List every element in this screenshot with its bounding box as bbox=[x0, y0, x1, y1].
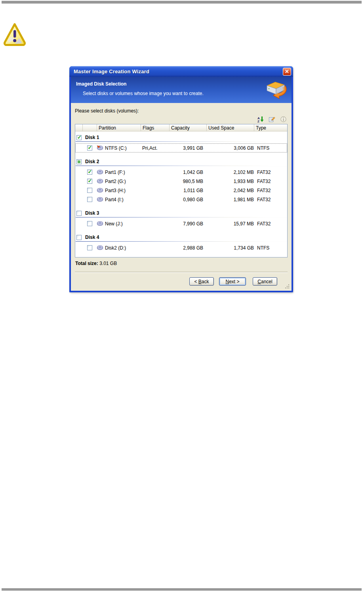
partition-flags bbox=[141, 186, 169, 195]
partition-name: Part3 (H:) bbox=[105, 188, 126, 193]
column-partition[interactable]: Partition bbox=[97, 124, 141, 131]
partition-flags bbox=[141, 243, 169, 252]
listview-toolbar: A Z bbox=[75, 116, 287, 123]
column-checkbox[interactable] bbox=[82, 124, 97, 131]
partition-capacity: 3,991 GB bbox=[169, 143, 206, 153]
partition-disk-icon bbox=[97, 245, 103, 250]
partition-type: FAT32 bbox=[254, 219, 287, 228]
partition-capacity: 1,011 GB bbox=[169, 186, 206, 195]
partition-name: Part4 (I:) bbox=[105, 197, 124, 202]
disk-checkbox[interactable] bbox=[76, 235, 82, 240]
disk-checkbox[interactable] bbox=[76, 211, 82, 216]
disk-group: Disk 4 Disk2 (D:) 2,988 GB 1,734 GB NTFS bbox=[75, 234, 287, 252]
banner-subtitle: Select disks or volumes whose image you … bbox=[83, 91, 292, 96]
listview-header: Partition Flags Capacity Used Space Type bbox=[75, 124, 287, 132]
total-size-line: Total size: 3.01 GB bbox=[75, 261, 288, 266]
column-type[interactable]: Type bbox=[254, 124, 287, 131]
partition-flags bbox=[141, 168, 169, 177]
dialog-client-area: Please select disks (volumes): A Z bbox=[71, 103, 292, 291]
partition-flags bbox=[141, 195, 169, 204]
total-size-label: Total size: bbox=[75, 261, 98, 266]
partition-checkbox[interactable] bbox=[87, 197, 92, 202]
disk-group: Disk 1 NTFS (C:) Pri,Act. 3,991 GB 3,006… bbox=[75, 134, 287, 153]
partition-row[interactable]: Part3 (H:) 1,011 GB 2,042 MB FAT32 bbox=[75, 186, 287, 195]
disk-label: Disk 3 bbox=[85, 210, 99, 216]
dialog-titlebar[interactable]: Master Image Creation Wizard ✕ bbox=[69, 66, 293, 77]
partition-disk-icon bbox=[97, 170, 103, 175]
partition-checkbox[interactable] bbox=[87, 221, 92, 226]
disk-group-row[interactable]: Disk 4 bbox=[75, 234, 287, 241]
partition-row[interactable]: NTFS (C:) Pri,Act. 3,991 GB 3,006 GB NTF… bbox=[75, 143, 287, 153]
banner-title: Imaged Disk Selection bbox=[76, 81, 292, 87]
partition-type: FAT32 bbox=[254, 186, 287, 195]
partition-row[interactable]: Disk2 (D:) 2,988 GB 1,734 GB NTFS bbox=[75, 243, 287, 252]
partition-used-space: 1,981 MB bbox=[206, 195, 254, 204]
partition-capacity: 0,980 GB bbox=[169, 195, 206, 204]
wizard-banner: Imaged Disk Selection Select disks or vo… bbox=[71, 77, 292, 103]
partition-used-space: 1,933 MB bbox=[206, 177, 254, 186]
partition-type: NTFS bbox=[254, 243, 287, 252]
disk-group: Disk 2 Part1 (F:) 1,042 GB 2,102 MB FAT3… bbox=[75, 158, 287, 204]
resize-grip[interactable] bbox=[285, 284, 290, 289]
partition-flags bbox=[141, 219, 169, 228]
partition-used-space: 3,006 GB bbox=[206, 143, 254, 153]
column-used-space[interactable]: Used Space bbox=[206, 124, 254, 131]
info-icon[interactable] bbox=[280, 116, 287, 123]
group-separator bbox=[76, 166, 287, 166]
next-button[interactable]: Next > bbox=[219, 277, 246, 286]
group-separator bbox=[76, 217, 287, 218]
footer-divider bbox=[75, 272, 288, 273]
warning-triangle-icon bbox=[3, 22, 26, 47]
partition-row[interactable]: New (J:) 7,990 GB 15,97 MB FAT32 bbox=[75, 219, 287, 228]
partition-disk-icon bbox=[97, 179, 103, 184]
disk-group: Disk 3 New (J:) 7,990 GB 15,97 MB FAT32 bbox=[75, 210, 287, 228]
partition-used-space: 2,042 MB bbox=[206, 186, 254, 195]
partition-capacity: 7,990 GB bbox=[169, 219, 206, 228]
disk-group-row[interactable]: Disk 1 bbox=[75, 134, 287, 141]
properties-icon[interactable] bbox=[268, 116, 275, 123]
disk-listview[interactable]: Partition Flags Capacity Used Space Type… bbox=[75, 124, 288, 257]
close-icon: ✕ bbox=[285, 69, 289, 74]
partition-name: Part1 (F:) bbox=[105, 170, 125, 175]
back-button[interactable]: < Back bbox=[189, 277, 214, 286]
partition-name: NTFS (C:) bbox=[105, 145, 127, 151]
master-image-creation-wizard-dialog: Master Image Creation Wizard ✕ Imaged Di… bbox=[69, 66, 293, 292]
partition-flags bbox=[141, 177, 169, 186]
close-button[interactable]: ✕ bbox=[283, 68, 291, 76]
partition-capacity: 2,988 GB bbox=[169, 243, 206, 252]
disk-group-row[interactable]: Disk 2 bbox=[75, 158, 287, 165]
select-disks-prompt: Please select disks (volumes): bbox=[75, 108, 288, 114]
disk-group-row[interactable]: Disk 3 bbox=[75, 210, 287, 217]
partition-checkbox[interactable] bbox=[87, 245, 92, 250]
partition-checkbox[interactable] bbox=[87, 188, 92, 193]
sort-az-icon[interactable]: A Z bbox=[257, 116, 264, 123]
partition-row[interactable]: Part1 (F:) 1,042 GB 2,102 MB FAT32 bbox=[75, 168, 287, 177]
listview-body: Disk 1 NTFS (C:) Pri,Act. 3,991 GB 3,006… bbox=[75, 132, 287, 257]
disk-image-wizard-icon bbox=[265, 79, 287, 102]
disk-label: Disk 1 bbox=[85, 135, 99, 140]
partition-used-space: 15,97 MB bbox=[206, 219, 254, 228]
partition-row[interactable]: Part2 (G:) 980,5 MB 1,933 MB FAT32 bbox=[75, 177, 287, 186]
partition-type: FAT32 bbox=[254, 168, 287, 177]
partition-flags: Pri,Act. bbox=[141, 143, 169, 153]
page-bottom-rule bbox=[2, 588, 362, 591]
partition-disk-icon bbox=[97, 188, 103, 193]
partition-disk-icon bbox=[97, 145, 103, 151]
partition-checkbox[interactable] bbox=[87, 179, 92, 184]
group-separator bbox=[76, 241, 287, 242]
disk-label: Disk 2 bbox=[85, 159, 99, 164]
group-separator bbox=[76, 141, 287, 142]
column-capacity[interactable]: Capacity bbox=[169, 124, 206, 131]
disk-checkbox[interactable] bbox=[76, 159, 82, 164]
partition-type: NTFS bbox=[254, 143, 287, 153]
page-top-rule bbox=[2, 1, 362, 4]
partition-checkbox[interactable] bbox=[87, 145, 92, 151]
column-spacer[interactable] bbox=[75, 124, 82, 131]
disk-checkbox[interactable] bbox=[76, 135, 82, 140]
cancel-button[interactable]: Cancel bbox=[253, 277, 277, 286]
partition-row[interactable]: Part4 (I:) 0,980 GB 1,981 MB FAT32 bbox=[75, 195, 287, 204]
disk-label: Disk 4 bbox=[85, 234, 99, 240]
partition-capacity: 980,5 MB bbox=[169, 177, 206, 186]
column-flags[interactable]: Flags bbox=[141, 124, 169, 131]
partition-checkbox[interactable] bbox=[87, 170, 92, 175]
